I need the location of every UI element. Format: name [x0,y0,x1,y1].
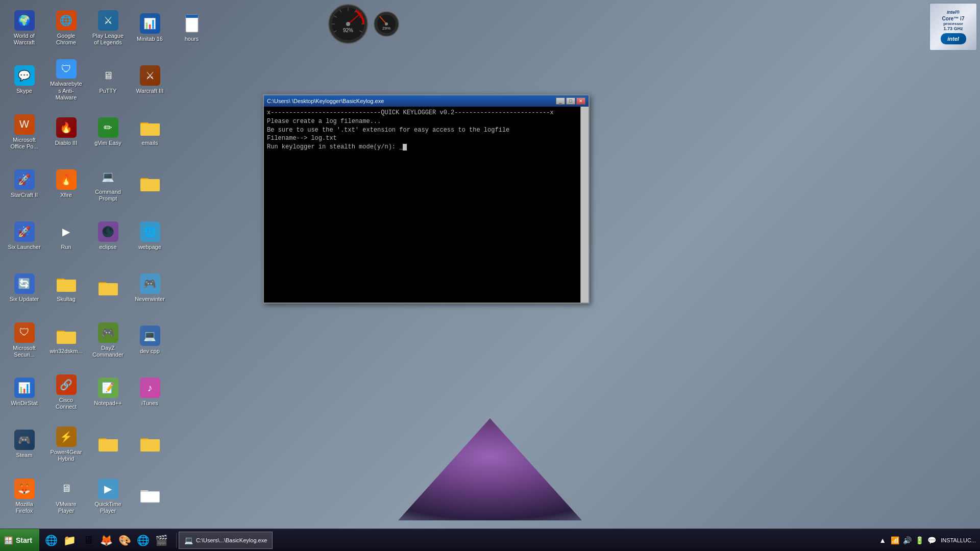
desktop-icon-cisco-connect[interactable]: 🔗Cisco Connect [47,369,85,415]
taskbar-icons: 🌐 📁 🖥 🦊 🎨 🌐 🎬 [39,532,174,548]
desktop-icon-starcraft2[interactable]: 🚀StarCraft II [5,161,43,207]
taskbar-divider [176,533,177,548]
desktop-icon-windirstat[interactable]: 📊WinDirStat [5,369,43,415]
desktop-icon-run[interactable]: ▶Run [47,213,85,259]
cmd-titlebar-buttons: _ □ ✕ [556,97,585,105]
notepadpp-icon: 📝 [98,378,118,398]
mozilla-firefox-icon: 🦊 [14,479,35,499]
desktop-icon-webpage[interactable]: 🌐webpage [131,213,169,259]
svg-rect-13 [99,283,118,294]
world-of-warcraft-label: World of Warcraft [7,33,41,46]
desktop-icon-quicktime-player[interactable]: ▶QuickTime Player [89,473,127,519]
eclipse-icon: 🌑 [98,221,118,242]
desktop-icon-ms-office[interactable]: WMicrosoft Office Po... [5,109,43,155]
emails-icon [140,117,160,138]
taskbar-paint-icon[interactable]: 🎨 [117,532,133,548]
cmd-minimize-button[interactable]: _ [556,97,565,105]
desktop-icon-mozilla-firefox[interactable]: 🦊Mozilla Firefox [5,473,43,519]
warcraft3-icon: ⚔ [140,65,160,86]
desktop-icon-neverwinter[interactable]: 🎮Neverwinter [131,265,169,311]
taskbar-network-icon[interactable]: 🌐 [135,532,152,548]
skultag-icon [56,273,77,294]
desktop-icon-six-launcher[interactable]: 🚀Six Launcher [5,213,43,259]
diablo3-label: Diablo III [55,140,77,146]
desktop-icon-itunes[interactable]: ♪iTunes [131,369,169,415]
ms-office-label: Microsoft Office Po... [7,137,41,150]
vmware-player-icon: 🖥 [56,479,77,499]
taskbar: 🪟 Start 🌐 📁 🖥 🦊 🎨 🌐 🎬 [0,529,980,551]
xfire-icon: 🔥 [56,169,77,190]
run-label: Run [61,244,71,251]
desktop-icon-dayz-commander[interactable]: 🎮DayZ Commander [89,317,127,363]
desktop-icon-folder4[interactable] [131,421,169,467]
desktop-icon-folder1[interactable] [131,161,169,207]
svg-rect-10 [57,280,76,291]
desktop-icon-notepadpp[interactable]: 📝Notepad++ [89,369,127,415]
desktop-icon-command-prompt[interactable]: 💻Command Prompt [89,161,127,207]
desktop-icon-steam[interactable]: 🎮Steam [5,421,43,467]
six-launcher-icon: 🚀 [14,221,35,242]
cmd-output: x------------------------------QUICK KEY… [267,109,585,152]
svg-text:92%: 92% [343,28,353,33]
desktop-icon-hours[interactable]: hours [173,5,211,51]
starcraft2-label: StarCraft II [11,192,38,198]
google-chrome-label: Google Chrome [49,33,83,46]
taskbar-cmd-icon[interactable]: 🖥 [80,532,96,548]
cmd-maximize-button[interactable]: □ [566,97,575,105]
windows-orb-icon: 🪟 [4,536,13,544]
svg-text:29%: 29% [382,26,390,31]
desktop-icon-minitab-16[interactable]: 📊Minitab 16 [131,5,169,51]
quicktime-player-icon: ▶ [98,479,118,499]
play-league-legends-icon: ⚔ [98,10,118,31]
desktop-icons: 🌍World of Warcraft🌐Google Chrome⚔Play Le… [3,3,213,527]
world-of-warcraft-icon: 🌍 [14,10,35,31]
desktop-icon-google-chrome[interactable]: 🌐Google Chrome [47,5,85,51]
desktop-icon-putty[interactable]: 🖥PuTTY [89,57,127,103]
tray-network-icon[interactable]: 📶 [890,535,900,545]
desktop-icon-ms-security[interactable]: 🛡Microsoft Securi... [5,317,43,363]
desktop-icon-xfire[interactable]: 🔥Xfire [47,161,85,207]
start-button[interactable]: 🪟 Start [0,529,39,551]
desktop-icon-skype[interactable]: 💬Skype [5,57,43,103]
desktop-icon-folder5[interactable] [131,473,169,519]
desktop-icon-folder2[interactable] [89,265,127,311]
cmd-cursor [403,144,407,151]
folder3-icon [98,433,118,454]
tray-battery-icon[interactable]: 🔋 [914,535,924,545]
tray-notification-icon[interactable]: 💬 [926,535,937,545]
desktop-icon-warcraft3[interactable]: ⚔Warcraft III [131,57,169,103]
taskbar-explorer-icon[interactable]: 📁 [62,532,78,548]
cmd-close-button[interactable]: ✕ [576,97,585,105]
desktop-icon-world-of-warcraft[interactable]: 🌍World of Warcraft [5,5,43,51]
cmd-scrollbar[interactable] [580,107,589,303]
taskbar-chrome-icon[interactable]: 🌐 [43,532,60,548]
desktop-icon-win32diskm[interactable]: win32dskm... [47,317,85,363]
desktop-icon-devcpp[interactable]: 💻dev cpp [131,317,169,363]
svg-point-37 [346,22,350,26]
gvim-easy-label: gVim Easy [94,140,121,146]
svg-rect-4 [140,123,160,135]
desktop-icon-vmware-player[interactable]: 🖥VMware Player [47,473,85,519]
vmware-player-label: VMware Player [49,501,83,514]
desktop-icon-folder3[interactable] [89,421,127,467]
desktop-icon-power4gear[interactable]: ⚡Power4Gear Hybrid [47,421,85,467]
tray-volume-icon[interactable]: 🔊 [902,535,912,545]
taskbar-media-icon[interactable]: 🎬 [154,532,170,548]
hours-icon [182,13,202,34]
tray-show-hidden-icon[interactable]: ▲ [877,535,888,545]
desktop-icon-malwarebytes[interactable]: 🛡Malwarebytes Anti-Malware [47,57,85,103]
command-prompt-label: Command Prompt [91,189,125,202]
putty-icon: 🖥 [98,65,118,86]
cmd-content: x------------------------------QUICK KEY… [264,107,589,303]
cmd-window[interactable]: C:\Users\ \Desktop\Keylogger\BasicKeylog… [263,94,590,304]
desktop-icon-emails[interactable]: emails [131,109,169,155]
desktop-icon-six-updater[interactable]: 🔄Six Updater [5,265,43,311]
taskbar-firefox-icon[interactable]: 🦊 [99,532,115,548]
desktop-icon-skultag[interactable]: Skultag [47,265,85,311]
desktop-icon-eclipse[interactable]: 🌑eclipse [89,213,127,259]
desktop-icon-gvim-easy[interactable]: ✏gVim Easy [89,109,127,155]
taskbar-active-app[interactable]: 💻 C:\Users\...\BasicKeylog.exe [179,532,273,549]
desktop-icon-play-league-legends[interactable]: ⚔Play League of Legends [89,5,127,51]
skultag-label: Skultag [57,296,76,303]
desktop-icon-diablo3[interactable]: 🔥Diablo III [47,109,85,155]
